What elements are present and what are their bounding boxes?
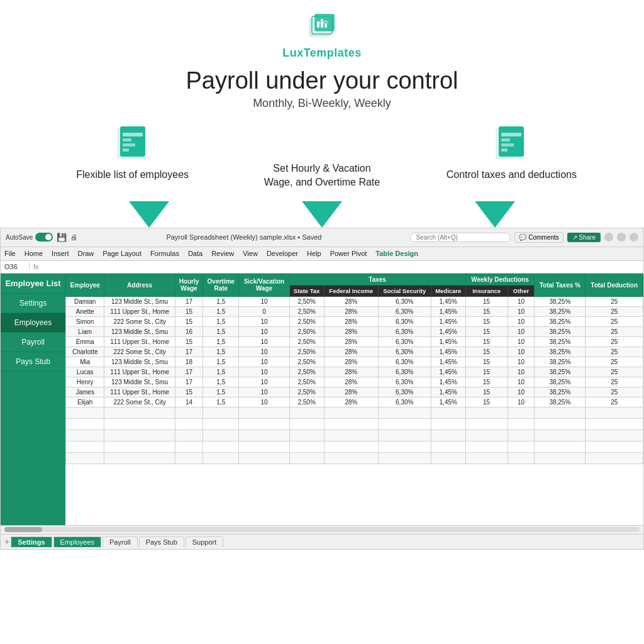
sub-header-insurance: Insurance — [465, 285, 508, 296]
sidebar-item-payroll[interactable]: Payroll — [1, 333, 65, 352]
table-cell: 15 — [465, 316, 508, 326]
sidebar-item-employees[interactable]: Employees — [1, 313, 65, 333]
table-cell: 1,45% — [431, 326, 465, 336]
sheet-tab-employees[interactable]: Employees — [53, 536, 101, 547]
sidebar-item-settings[interactable]: Settings — [1, 294, 65, 313]
sub-header-medicare: Medicare — [431, 285, 465, 296]
table-cell: 2,50% — [289, 377, 324, 387]
print-icon[interactable]: 🖨 — [70, 233, 77, 241]
ribbon-tab-file[interactable]: File — [4, 250, 16, 257]
ribbon-tab-draw[interactable]: Draw — [78, 250, 94, 257]
table-area[interactable]: Employee Address HourlyWage OvertimeRate… — [65, 274, 643, 525]
table-cell-empty — [203, 430, 239, 441]
sub-header-socialsecurity: Social Security — [378, 285, 431, 296]
table-cell: 123 Middle St., Smu — [104, 357, 175, 367]
feature-item-1: Flexible list of employees — [45, 125, 221, 182]
sheet-tab-settings[interactable]: Settings — [11, 536, 52, 547]
table-cell-empty — [66, 418, 104, 430]
sub-header-statetax: State Tax — [289, 285, 324, 296]
excel-filename: Payroll Spreadsheet (Weekly) sample.xlsx… — [81, 233, 406, 241]
sheet-tabs: + Settings Employees Payroll Pays Stub S… — [1, 534, 643, 549]
ribbon-tab-data[interactable]: Data — [188, 250, 203, 257]
scroll-thumb[interactable] — [4, 527, 42, 532]
hero-subtitle: Monthly, Bi-Weekly, Weekly — [253, 97, 391, 110]
sheet-tab-payroll[interactable]: Payroll — [103, 536, 138, 547]
excel-search-input[interactable] — [410, 233, 511, 242]
table-cell: 10 — [239, 377, 289, 387]
col-header-employee: Employee — [66, 274, 104, 296]
minimize-button[interactable] — [604, 233, 613, 242]
feature-item-2: Set Hourly & VacationWage, and Overtime … — [234, 125, 410, 190]
table-cell: 15 — [465, 336, 508, 347]
table-cell-empty — [431, 407, 465, 418]
table-cell: 14 — [175, 397, 203, 407]
table-cell-empty — [175, 418, 203, 430]
table-row: Lucas111 Upper St., Home171,5102,50%28%6… — [66, 367, 643, 377]
sheet-tab-support[interactable]: Support — [186, 536, 224, 547]
ribbon-tab-pagelayout[interactable]: Page Layout — [103, 250, 142, 257]
ribbon-tab-tabledesign[interactable]: Table Design — [375, 250, 418, 257]
ribbon-tab-insert[interactable]: Insert — [52, 250, 69, 257]
ribbon-tab-view[interactable]: View — [243, 250, 258, 257]
table-cell: 15 — [465, 387, 508, 397]
table-cell: 1,5 — [203, 377, 239, 387]
close-button[interactable] — [630, 233, 638, 242]
table-cell: 0 — [239, 306, 289, 316]
employee-table: Employee Address HourlyWage OvertimeRate… — [65, 274, 643, 464]
arrow-down-2 — [302, 201, 342, 228]
table-cell: 10 — [508, 306, 535, 316]
table-cell: 123 Middle St., Smu — [104, 326, 175, 336]
logo-area: LuxTemplates — [282, 11, 362, 60]
table-cell: 25 — [586, 347, 643, 357]
table-cell: 1,45% — [431, 316, 465, 326]
table-cell: 38,25% — [535, 296, 586, 306]
cell-reference[interactable]: O36 — [4, 263, 30, 270]
table-cell: 10 — [508, 367, 535, 377]
add-sheet-icon[interactable]: + — [4, 536, 9, 547]
ribbon-tab-developer[interactable]: Developer — [267, 250, 298, 257]
horizontal-scrollbar[interactable] — [1, 525, 643, 534]
svg-rect-5 — [325, 23, 327, 28]
ribbon-tab-review[interactable]: Review — [211, 250, 234, 257]
comments-button[interactable]: 💬 Comments — [514, 232, 563, 243]
ribbon-tab-home[interactable]: Home — [25, 250, 43, 257]
ribbon-tab-formulas[interactable]: Formulas — [150, 250, 179, 257]
arrows-row — [0, 201, 644, 228]
table-cell: 28% — [324, 296, 378, 306]
table-cell: 38,25% — [535, 347, 586, 357]
table-cell-empty — [586, 441, 643, 452]
table-cell-empty — [239, 441, 289, 452]
svg-rect-10 — [123, 143, 135, 147]
table-cell: 1,45% — [431, 357, 465, 367]
table-cell: 1,5 — [203, 296, 239, 306]
ribbon-tab-help[interactable]: Help — [307, 250, 321, 257]
col-header-overtimerate: OvertimeRate — [203, 274, 239, 296]
save-icon[interactable]: 💾 — [57, 233, 67, 242]
table-cell-empty — [535, 452, 586, 464]
table-cell: 38,25% — [535, 357, 586, 367]
table-cell-empty — [465, 407, 508, 418]
table-cell: 6,30% — [378, 326, 431, 336]
table-cell: 25 — [586, 387, 643, 397]
table-cell-empty — [535, 418, 586, 430]
table-cell: 15 — [465, 347, 508, 357]
ribbon-tab-powerpivot[interactable]: Power Pivot — [330, 250, 367, 257]
table-cell: 28% — [324, 336, 378, 347]
sidebar-item-paysstub[interactable]: Pays Stub — [1, 352, 65, 372]
svg-rect-14 — [501, 133, 521, 136]
table-cell: Mia — [66, 357, 104, 367]
autosave-toggle[interactable] — [35, 233, 53, 242]
feature-label-1: Flexible list of employees — [76, 168, 189, 182]
table-cell-empty — [508, 407, 535, 418]
table-cell: 38,25% — [535, 397, 586, 407]
table-cell: Lucas — [66, 367, 104, 377]
sheet-tab-paysstub[interactable]: Pays Stub — [139, 536, 184, 547]
table-cell: 1,5 — [203, 357, 239, 367]
table-cell: 17 — [175, 296, 203, 306]
maximize-button[interactable] — [617, 233, 626, 242]
table-row-empty — [66, 441, 643, 452]
share-button[interactable]: ↗ Share — [567, 233, 601, 242]
table-cell-empty — [203, 441, 239, 452]
table-cell: 111 Upper St., Home — [104, 367, 175, 377]
top-section: LuxTemplates Payroll under your control … — [0, 0, 644, 228]
